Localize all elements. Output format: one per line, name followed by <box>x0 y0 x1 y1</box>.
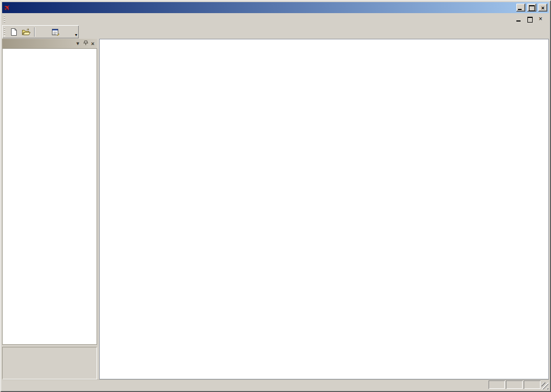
menu-bar: × <box>2 13 549 25</box>
close-button[interactable]: × <box>538 4 547 12</box>
help-button[interactable] <box>61 26 74 38</box>
toolbar-grip[interactable] <box>4 27 5 36</box>
open-folder-icon <box>22 28 31 36</box>
spectrum-chart-area[interactable] <box>99 39 549 379</box>
color-settings-button[interactable] <box>36 26 49 38</box>
mdi-restore-button[interactable] <box>526 16 533 22</box>
airplane-icon: ✈ <box>2 3 13 13</box>
waterfall-plot-canvas[interactable] <box>100 39 549 379</box>
properties-form-icon <box>51 28 60 36</box>
property-description-box <box>2 347 97 379</box>
mdi-close-button[interactable]: × <box>537 16 544 22</box>
app-window: ✈ × × <box>0 0 551 392</box>
status-cell-1 <box>489 380 505 389</box>
properties-grid <box>2 48 97 345</box>
menubar-grip[interactable] <box>4 15 5 23</box>
maximize-button[interactable] <box>527 4 536 12</box>
status-bar <box>2 379 549 390</box>
status-cell-2 <box>524 380 541 389</box>
properties-button[interactable] <box>49 26 61 38</box>
main-area: ▼ × <box>2 39 549 379</box>
title-bar: ✈ × <box>2 2 549 13</box>
panel-menu-chevron-icon[interactable]: ▼ <box>76 41 80 46</box>
properties-panel-header: ▼ × <box>2 39 97 48</box>
status-cell-num <box>506 380 523 389</box>
panel-pin-icon[interactable] <box>83 40 88 47</box>
resize-grip[interactable] <box>542 383 548 389</box>
new-document-button[interactable] <box>7 26 20 38</box>
toolbar-separator <box>34 27 35 37</box>
toolbar-overflow-chevron[interactable]: ▾ <box>75 33 77 37</box>
new-document-icon <box>9 28 18 36</box>
open-file-button[interactable] <box>20 26 33 38</box>
mdi-window-controls: × <box>515 16 549 22</box>
minimize-button[interactable] <box>516 4 525 12</box>
toolbar: ▾ <box>2 25 549 39</box>
properties-panel: ▼ × <box>2 39 97 379</box>
panel-close-icon[interactable]: × <box>91 41 94 46</box>
toolbar-chunk: ▾ <box>2 25 79 38</box>
mdi-minimize-button[interactable] <box>515 16 522 22</box>
